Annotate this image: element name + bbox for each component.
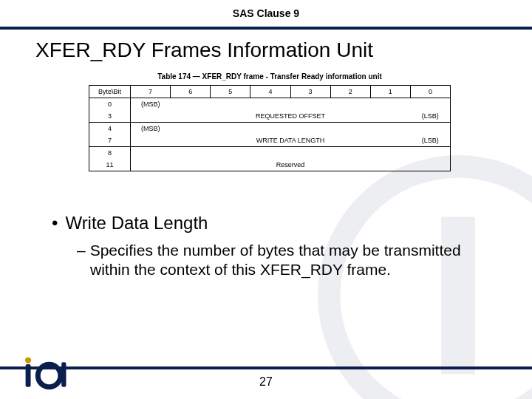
bit-col: 1 <box>370 86 410 98</box>
svg-point-4 <box>25 357 31 363</box>
bit-col: 6 <box>171 86 211 98</box>
bullet2-text: Specifies the number of bytes that may b… <box>90 242 461 278</box>
table-row: 3 REQUESTED OFFSET (LSB) <box>89 110 451 123</box>
table-row: 8 <box>89 147 451 160</box>
byte-cell: 8 <box>89 147 131 160</box>
field-cell: REQUESTED OFFSET <box>171 110 411 123</box>
bit-col: 5 <box>211 86 250 98</box>
svg-point-0 <box>329 166 532 399</box>
byte-cell: 7 <box>89 134 131 147</box>
bit-col: 0 <box>410 86 450 98</box>
header-bar: SAS Clause 9 <box>0 0 532 30</box>
field-cell: WRITE DATA LENGTH <box>171 134 411 147</box>
bullet-level-1: •Write Data Length <box>52 213 495 233</box>
table-row: 4 (MSB) <box>89 123 451 135</box>
svg-rect-3 <box>26 364 31 387</box>
page-number: 27 <box>0 375 532 389</box>
table-row: 11 Reserved <box>89 159 451 171</box>
bullet-level-2: –Specifies the number of bytes that may … <box>77 241 495 280</box>
empty-cell <box>171 98 411 111</box>
lsb-cell: (LSB) <box>410 134 450 147</box>
table-row: 0 (MSB) <box>89 98 451 111</box>
empty-cell <box>131 147 451 160</box>
empty-cell <box>410 123 450 135</box>
bit-col: 3 <box>290 86 330 98</box>
empty-cell <box>171 123 411 135</box>
byte-cell: 11 <box>89 159 131 171</box>
bullet-dash-icon: – <box>77 242 86 259</box>
svg-rect-5 <box>61 362 66 386</box>
header-clause: SAS Clause 9 <box>233 7 299 22</box>
footer-bar: 27 <box>0 366 532 399</box>
lsb-cell: (LSB) <box>410 110 450 123</box>
iol-logo-icon <box>19 356 71 393</box>
table-corner: Byte\Bit <box>89 86 131 98</box>
table: Byte\Bit 7 6 5 4 3 2 1 0 0 (MSB) 3 REQUE… <box>89 85 451 171</box>
msb-cell: (MSB) <box>131 123 171 135</box>
bullet1-text: Write Data Length <box>65 213 208 233</box>
frame-table: Table 174 — XFER_RDY frame - Transfer Re… <box>89 72 451 171</box>
empty-cell <box>131 110 171 123</box>
empty-cell <box>131 134 171 147</box>
bit-col: 7 <box>131 86 171 98</box>
svg-point-2 <box>38 364 61 387</box>
table-row: 7 WRITE DATA LENGTH (LSB) <box>89 134 451 147</box>
content-body: •Write Data Length –Specifies the number… <box>52 213 495 280</box>
bit-col: 2 <box>330 86 370 98</box>
byte-cell: 3 <box>89 110 131 123</box>
table-caption: Table 174 — XFER_RDY frame - Transfer Re… <box>89 72 451 81</box>
byte-cell: 0 <box>89 98 131 111</box>
bit-col: 4 <box>250 86 290 98</box>
msb-cell: (MSB) <box>131 98 171 111</box>
bullet-dot-icon: • <box>52 213 58 233</box>
byte-cell: 4 <box>89 123 131 135</box>
table-header-row: Byte\Bit 7 6 5 4 3 2 1 0 <box>89 86 451 98</box>
empty-cell <box>410 98 450 111</box>
slide-title: XFER_RDY Frames Information Unit <box>35 38 373 62</box>
field-cell: Reserved <box>131 159 451 171</box>
